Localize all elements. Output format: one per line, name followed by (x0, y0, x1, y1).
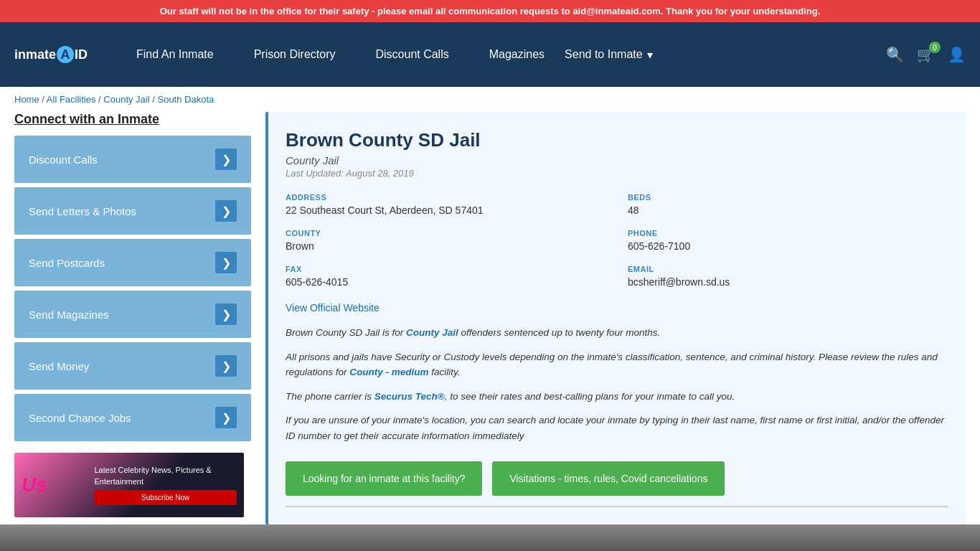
nav-magazines[interactable]: Magazines (469, 48, 565, 61)
main-nav: Find An Inmate Prison Directory Discount… (116, 48, 886, 62)
bottom-image-strip (0, 524, 980, 551)
nav-find-inmate[interactable]: Find An Inmate (116, 48, 234, 61)
sidebar-btn-discount-calls[interactable]: Discount Calls ❯ (14, 136, 251, 183)
facility-county-block: COUNTY Brown (286, 229, 606, 252)
nav-discount-calls[interactable]: Discount Calls (355, 48, 468, 61)
facility-type: County Jail (286, 154, 948, 166)
sidebar-arrow-send-postcards: ❯ (215, 252, 237, 273)
phone-value: 605-626-7100 (628, 240, 948, 252)
county-value: Brown (286, 240, 606, 252)
address-value: 22 Southeast Court St, Aberdeen, SD 5740… (286, 204, 606, 216)
facility-description: Brown County SD Jail is for County Jail … (286, 325, 948, 444)
sidebar-arrow-send-magazines: ❯ (215, 303, 237, 325)
breadcrumb-all-facilities[interactable]: All Facilities (47, 94, 96, 105)
cart-badge: 0 (929, 42, 941, 53)
beds-label: BEDS (628, 193, 948, 202)
action-buttons: Looking for an inmate at this facility? … (286, 461, 948, 496)
email-value: bcsheriff@brown.sd.us (628, 276, 948, 288)
search-icon[interactable]: 🔍 (886, 46, 904, 63)
cart-icon[interactable]: 🛒 0 (917, 46, 935, 63)
find-inmate-button[interactable]: Looking for an inmate at this facility? (286, 461, 482, 496)
logo[interactable]: inmate A ID (14, 46, 88, 63)
desc-securus-link[interactable]: Securus Tech® (374, 391, 445, 402)
sidebar-arrow-send-money: ❯ (215, 355, 237, 377)
breadcrumb-home[interactable]: Home (14, 94, 39, 105)
facility-updated: Last Updated: August 28, 2019 (286, 168, 948, 179)
facility-name: Brown County SD Jail (286, 129, 948, 151)
visitations-button[interactable]: Visitations - times, rules, Covid cancel… (492, 461, 725, 496)
desc-paragraph-4: If you are unsure of your inmate's locat… (286, 413, 948, 443)
facility-beds-block: BEDS 48 (628, 193, 948, 216)
facility-content: Brown County SD Jail County Jail Last Up… (265, 112, 966, 524)
sidebar-ad[interactable]: Us Latest Celebrity News, Pictures & Ent… (14, 453, 244, 517)
desc-county-jail-link[interactable]: County Jail (406, 327, 458, 338)
desc-paragraph-2: All prisons and jails have Security or C… (286, 349, 948, 380)
ad-logo: Us (22, 474, 47, 496)
fax-value: 605-626-4015 (286, 276, 606, 288)
sidebar-btn-send-money[interactable]: Send Money ❯ (14, 342, 251, 390)
header: inmate A ID Find An Inmate Prison Direct… (0, 22, 980, 87)
ad-text: Latest Celebrity News, Pictures & Entert… (94, 465, 237, 487)
facility-address-block: ADDRESS 22 Southeast Court St, Aberdeen,… (286, 193, 606, 216)
phone-label: PHONE (628, 229, 948, 237)
facility-fax-block: FAX 605-626-4015 (286, 265, 606, 288)
sidebar-arrow-second-chance: ❯ (215, 407, 237, 428)
user-icon[interactable]: 👤 (948, 46, 966, 63)
email-label: EMAIL (628, 265, 948, 273)
top-banner: Our staff will not be in the office for … (0, 0, 980, 22)
facility-email-block: EMAIL bcsheriff@brown.sd.us (628, 265, 948, 288)
fax-label: FAX (286, 265, 606, 273)
content-divider (286, 506, 948, 507)
beds-value: 48 (628, 204, 948, 216)
nav-send-to-inmate[interactable]: Send to Inmate ▾ (565, 48, 653, 62)
address-label: ADDRESS (286, 193, 606, 202)
desc-paragraph-1: Brown County SD Jail is for County Jail … (286, 325, 948, 341)
county-label: COUNTY (286, 229, 606, 237)
breadcrumb-county-jail[interactable]: County Jail (103, 94, 149, 105)
sidebar-title: Connect with an Inmate (14, 112, 251, 127)
main-layout: Connect with an Inmate Discount Calls ❯ … (0, 112, 980, 524)
breadcrumb: Home / All Facilities / County Jail / So… (0, 87, 980, 112)
sidebar-arrow-discount-calls: ❯ (215, 149, 237, 170)
desc-paragraph-3: The phone carrier is Securus Tech®, to s… (286, 389, 948, 405)
header-icons: 🔍 🛒 0 👤 (886, 46, 966, 63)
facility-phone-block: PHONE 605-626-7100 (628, 229, 948, 252)
facility-info-grid: ADDRESS 22 Southeast Court St, Aberdeen,… (286, 193, 948, 288)
sidebar-btn-send-postcards[interactable]: Send Postcards ❯ (14, 239, 251, 286)
sidebar-btn-send-magazines[interactable]: Send Magazines ❯ (14, 291, 251, 338)
sidebar: Connect with an Inmate Discount Calls ❯ … (14, 112, 251, 524)
sidebar-btn-second-chance[interactable]: Second Chance Jobs ❯ (14, 394, 251, 441)
breadcrumb-south-dakota[interactable]: South Dakota (157, 94, 214, 105)
official-website-link[interactable]: View Official Website (286, 302, 380, 314)
desc-county-medium-link[interactable]: County - medium (349, 367, 428, 377)
ad-subscribe-button[interactable]: Subscribe Now (94, 490, 237, 505)
nav-prison-directory[interactable]: Prison Directory (234, 48, 356, 61)
sidebar-btn-send-letters[interactable]: Send Letters & Photos ❯ (14, 187, 251, 235)
sidebar-arrow-send-letters: ❯ (215, 200, 237, 222)
